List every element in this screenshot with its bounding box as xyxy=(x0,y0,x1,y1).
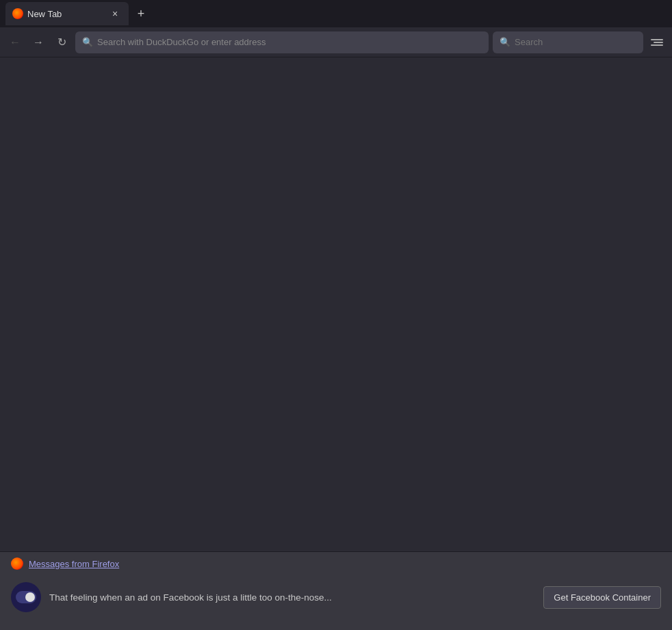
address-bar[interactable]: 🔍 xyxy=(75,31,489,53)
main-content xyxy=(0,57,672,551)
notification-header: Messages from Firefox xyxy=(11,557,661,570)
search-box[interactable]: 🔍 xyxy=(493,31,643,53)
toolbar: ← → ↻ 🔍 🔍 xyxy=(0,27,672,57)
get-facebook-container-button[interactable]: Get Facebook Container xyxy=(543,586,661,609)
title-bar: New Tab × + xyxy=(0,0,672,27)
tab-title: New Tab xyxy=(27,9,104,19)
forward-button[interactable]: → xyxy=(29,33,48,52)
toggle-dot xyxy=(25,592,35,602)
toggle-circle xyxy=(16,591,36,603)
toggle-icon xyxy=(11,582,41,612)
new-tab-button[interactable]: + xyxy=(131,4,151,23)
back-button[interactable]: ← xyxy=(5,33,25,52)
notification-body: That feeling when an ad on Facebook is j… xyxy=(11,575,661,619)
firefox-notification-icon xyxy=(11,557,23,570)
notification-title[interactable]: Messages from Firefox xyxy=(29,559,119,569)
search-icon: 🔍 xyxy=(82,37,93,47)
firefox-logo-icon xyxy=(12,8,23,19)
search-input[interactable] xyxy=(515,37,636,47)
library-icon xyxy=(651,39,663,46)
tab-favicon xyxy=(12,8,23,19)
search-magnifier-icon: 🔍 xyxy=(500,37,511,47)
address-input[interactable] xyxy=(97,37,482,47)
reload-button[interactable]: ↻ xyxy=(52,33,71,52)
library-button[interactable] xyxy=(647,33,667,52)
active-tab[interactable]: New Tab × xyxy=(5,2,129,25)
notification-text: That feeling when an ad on Facebook is j… xyxy=(49,592,535,603)
notification-bar: Messages from Firefox That feeling when … xyxy=(0,551,672,630)
tab-close-button[interactable]: × xyxy=(108,7,122,21)
